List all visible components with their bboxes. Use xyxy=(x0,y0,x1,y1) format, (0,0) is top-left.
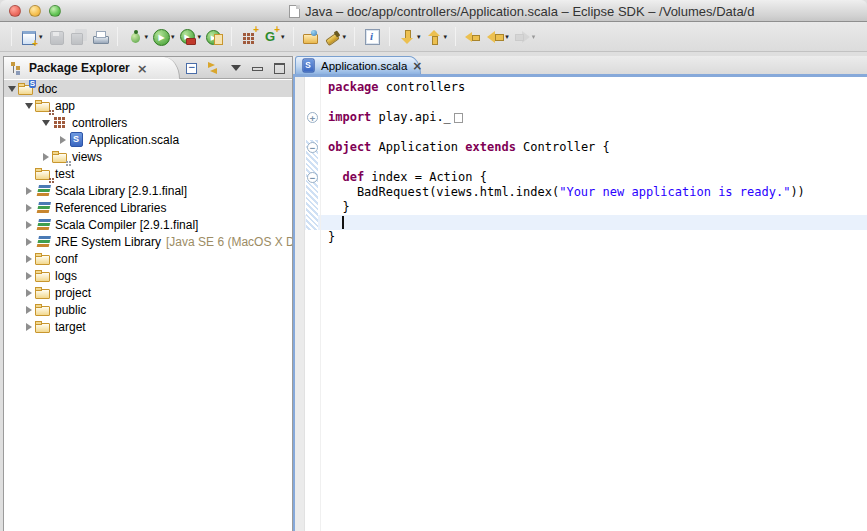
dropdown-arrow-icon[interactable]: ▾ xyxy=(505,33,509,41)
tree-item-logs[interactable]: logs xyxy=(4,267,292,284)
code-line[interactable]: package controllers xyxy=(321,80,867,95)
expand-arrow-icon[interactable] xyxy=(57,136,69,144)
code-line[interactable]: import play.api._ xyxy=(321,110,867,125)
tree-item-controllers[interactable]: controllers xyxy=(4,114,292,131)
run-external-tools-button[interactable]: ▾ xyxy=(177,27,204,47)
expand-arrow-icon[interactable] xyxy=(23,323,35,331)
close-window-button[interactable] xyxy=(9,5,21,17)
zoom-window-button[interactable] xyxy=(49,5,61,17)
tree-item-jre[interactable]: JRE System Library[Java SE 6 (MacOS X De… xyxy=(4,233,292,250)
tree-item-scala[interactable]: Scala Compiler [2.9.1.final] xyxy=(4,216,292,233)
dropdown-arrow-icon[interactable]: ▾ xyxy=(417,33,421,41)
last-edit-location-button[interactable] xyxy=(462,27,484,47)
new-gwt-button[interactable]: ▾ xyxy=(260,27,287,47)
close-tab-icon[interactable]: × xyxy=(412,60,422,72)
fold-minus-icon[interactable]: − xyxy=(307,172,318,183)
code-line[interactable]: } xyxy=(321,230,867,245)
run-last-launched-button[interactable] xyxy=(203,27,225,47)
back-button[interactable]: ▾ xyxy=(484,27,511,47)
save-all-button xyxy=(67,27,89,47)
expand-arrow-icon[interactable] xyxy=(23,187,35,195)
tree-item-project[interactable]: project xyxy=(4,284,292,301)
expand-arrow-icon[interactable] xyxy=(23,221,35,229)
debug-button[interactable]: ▾ xyxy=(124,27,151,47)
run-last-launched-icon xyxy=(205,28,223,46)
dropdown-arrow-icon[interactable]: ▾ xyxy=(198,33,202,41)
expand-arrow-icon[interactable] xyxy=(6,86,18,92)
maximize-icon[interactable] xyxy=(272,60,287,75)
tree-item-target[interactable]: target xyxy=(4,318,292,335)
tree-item-doc[interactable]: Sdoc xyxy=(4,80,292,97)
scala-file-icon xyxy=(301,58,316,72)
expand-arrow-icon[interactable] xyxy=(23,272,35,280)
document-proxy-icon[interactable] xyxy=(289,5,300,18)
new-wizard-button[interactable]: ▾ xyxy=(18,27,45,47)
expand-arrow-icon[interactable] xyxy=(23,103,35,109)
view-menu-icon[interactable] xyxy=(228,60,243,75)
folded-region-box[interactable] xyxy=(454,113,463,123)
toolbar-separator xyxy=(117,27,118,46)
code-line[interactable]: object Application extends Controller { xyxy=(321,140,867,155)
tree-item-referenced[interactable]: Referenced Libraries xyxy=(4,199,292,216)
tree-item-views[interactable]: views xyxy=(4,148,292,165)
tree-item-test[interactable]: test xyxy=(4,165,292,182)
new-java-package-button[interactable] xyxy=(238,27,260,47)
code-area[interactable]: package controllersimport play.api._obje… xyxy=(321,77,867,531)
prev-annotation-button[interactable]: ▾ xyxy=(423,27,450,47)
print-button[interactable] xyxy=(89,27,111,47)
title-bar[interactable]: Java – doc/app/controllers/Application.s… xyxy=(0,0,867,22)
expand-arrow-icon[interactable] xyxy=(23,289,35,297)
tree-item-public[interactable]: public xyxy=(4,301,292,318)
expand-arrow-icon[interactable] xyxy=(23,204,35,212)
open-task-button[interactable] xyxy=(300,27,322,47)
code-line[interactable] xyxy=(321,155,867,170)
dropdown-arrow-icon[interactable]: ▾ xyxy=(39,33,43,41)
scala-project-icon: S xyxy=(18,81,34,96)
close-view-icon[interactable]: × xyxy=(137,62,148,75)
tree-item-conf[interactable]: conf xyxy=(4,250,292,267)
tree-item-label: doc xyxy=(38,82,59,96)
search-button[interactable]: ▾ xyxy=(322,27,349,47)
code-line[interactable]: def index = Action { xyxy=(321,170,867,185)
code-token: "Your new application is ready." xyxy=(559,185,790,199)
expand-arrow-icon[interactable] xyxy=(23,238,35,246)
folder-icon xyxy=(35,268,51,283)
tree-item-label: project xyxy=(55,286,93,300)
tree-item-label: app xyxy=(55,99,77,113)
code-token xyxy=(328,170,342,184)
link-with-editor-icon[interactable] xyxy=(206,60,221,75)
code-line[interactable] xyxy=(321,95,867,110)
dropdown-arrow-icon[interactable]: ▾ xyxy=(171,33,175,41)
minimize-window-button[interactable] xyxy=(29,5,41,17)
expand-arrow-icon[interactable] xyxy=(40,153,52,161)
fold-plus-icon[interactable]: + xyxy=(307,112,318,123)
annotation-ruler[interactable] xyxy=(295,77,305,531)
code-token: package xyxy=(328,80,379,94)
collapsed-arrow xyxy=(26,306,32,314)
expand-arrow-icon[interactable] xyxy=(40,120,52,126)
tree-item-app[interactable]: app xyxy=(4,97,292,114)
tree-item-scala[interactable]: Scala Library [2.9.1.final] xyxy=(4,182,292,199)
collapse-all-icon[interactable] xyxy=(184,60,199,75)
expand-arrow-icon[interactable] xyxy=(23,255,35,263)
expand-arrow-icon[interactable] xyxy=(23,306,35,314)
tree-item-application.scala[interactable]: Application.scala xyxy=(4,131,292,148)
fold-minus-icon[interactable]: − xyxy=(307,142,318,153)
prev-annotation-icon xyxy=(425,28,443,46)
dropdown-arrow-icon[interactable]: ▾ xyxy=(343,33,347,41)
package-explorer-tab[interactable]: Package Explorer × xyxy=(4,57,180,79)
code-line[interactable] xyxy=(321,125,867,140)
dropdown-arrow-icon[interactable]: ▾ xyxy=(444,33,448,41)
dropdown-arrow-icon[interactable]: ▾ xyxy=(145,33,149,41)
cheat-sheets-button[interactable] xyxy=(361,27,383,47)
next-annotation-button[interactable]: ▾ xyxy=(396,27,423,47)
code-line[interactable]: BadRequest(views.html.index("Your new ap… xyxy=(321,185,867,200)
folding-ruler[interactable]: +−− xyxy=(305,77,321,531)
run-button[interactable]: ▾ xyxy=(150,27,177,47)
code-line[interactable] xyxy=(321,215,867,230)
editor-tab-application-scala[interactable]: Application.scala × xyxy=(295,56,421,74)
fold-scope-indicator xyxy=(306,140,318,230)
code-line[interactable]: } xyxy=(321,200,867,215)
dropdown-arrow-icon[interactable]: ▾ xyxy=(281,33,285,41)
minimize-icon[interactable] xyxy=(250,60,265,75)
